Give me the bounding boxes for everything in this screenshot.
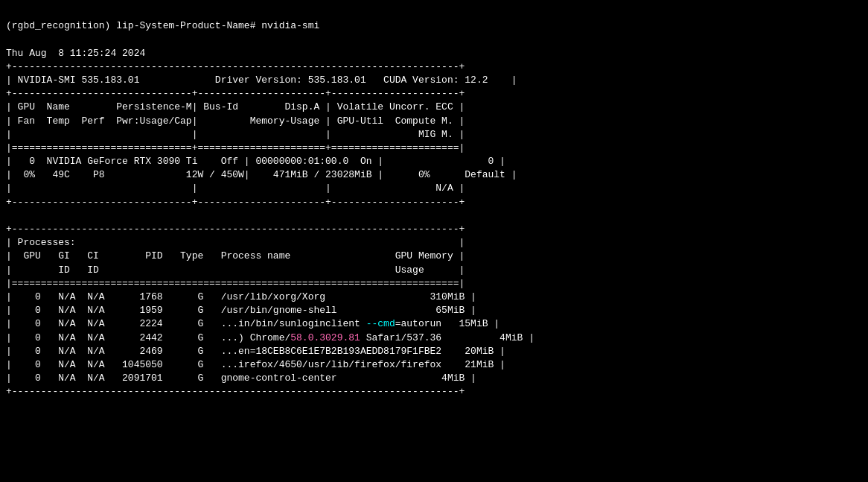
prompt-line: (rgbd_recognition) lip-System-Product-Na…	[6, 20, 319, 31]
datetime-line: Thu Aug 8 11:25:24 2024	[6, 48, 145, 59]
terminal-output: (rgbd_recognition) lip-System-Product-Na…	[6, 6, 862, 399]
